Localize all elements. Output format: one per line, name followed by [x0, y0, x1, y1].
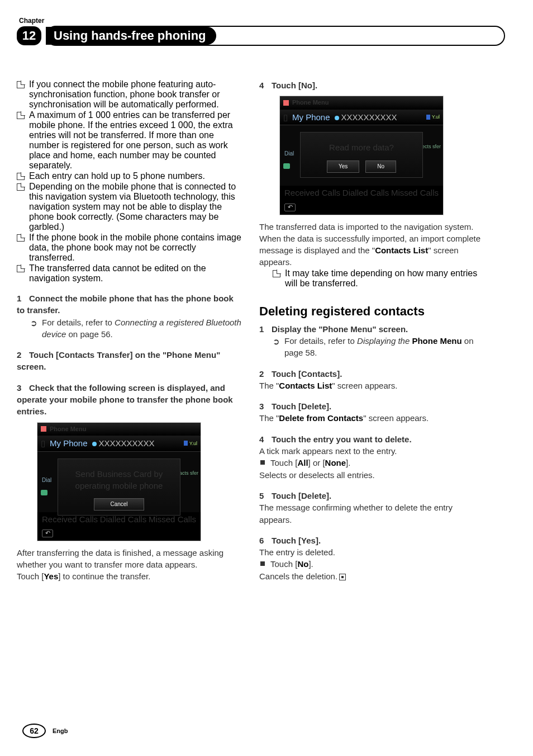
yes-button[interactable]: Yes	[327, 160, 359, 173]
note-icon	[17, 265, 25, 272]
signal-indicator: Y.ul	[184, 440, 197, 447]
section-heading: Deleting registered contacts	[259, 304, 486, 319]
step-number: 2	[259, 368, 272, 380]
status-dot-icon	[335, 116, 339, 120]
no-button[interactable]: No	[365, 160, 396, 173]
ss-info-row: ▯ My Phone XXXXXXXXXX Y.ul	[280, 110, 443, 125]
footer-tab: Missed Calls	[391, 187, 439, 199]
end-of-section-icon	[339, 574, 346, 580]
list-item: A maximum of 1 000 entries can be transf…	[17, 110, 244, 171]
chapter-header: 12 Using hands-free phoning	[17, 26, 505, 46]
modal-text: Send Business Card by operating mobile p…	[58, 459, 180, 498]
detail-text: For details, refer to Connecting a regis…	[42, 316, 244, 341]
step-body: The "Delete from Contacts" screen appear…	[259, 412, 486, 424]
signal-indicator: Y.ul	[426, 114, 440, 121]
step-title: Touch the entry you want to delete.	[272, 434, 412, 444]
footer-tab: Received Calls	[284, 187, 340, 199]
notes-list: If you connect the mobile phone featurin…	[17, 79, 244, 284]
imported-text-b: When the data is successfully imported, …	[259, 233, 486, 268]
app-icon	[41, 426, 46, 432]
back-button[interactable]: ↶	[42, 530, 53, 537]
right-chip: ects sfer	[422, 144, 441, 150]
my-phone-label: My Phone	[50, 437, 88, 449]
detail-item: ➲ For details, refer to Connecting a reg…	[17, 316, 244, 341]
list-item: If you connect the mobile phone featurin…	[17, 79, 244, 110]
step-heading: 6Touch [Yes].	[259, 535, 486, 546]
phone-name: XXXXXXXXXX	[92, 437, 179, 449]
note-text: If the phone book in the mobile phone co…	[29, 233, 244, 263]
step-title: Touch [Delete].	[272, 401, 331, 411]
step-number: 3	[17, 382, 29, 394]
chapter-title: Using hands-free phoning	[46, 27, 216, 45]
call-icon	[41, 490, 47, 495]
ss-body: Dial acts sfer Send Business Card by ope…	[37, 452, 201, 512]
chapter-label: Chapter	[19, 17, 505, 25]
step-body: A tick mark appears next to the entry.	[259, 445, 486, 457]
step-title: Touch [Yes].	[272, 536, 321, 545]
dial-label: Dial	[42, 476, 51, 484]
step-body: The entry is deleted.	[259, 546, 486, 558]
bluetooth-icon	[184, 441, 188, 446]
back-button[interactable]: ↶	[284, 204, 296, 211]
language-label: Engb	[53, 727, 68, 734]
list-item: If the phone book in the mobile phone co…	[17, 233, 244, 263]
notes-list: It may take time depending on how many e…	[259, 268, 486, 289]
detail-item: ➲ For details, refer to Displaying the P…	[259, 335, 486, 359]
step-number: 6	[259, 535, 272, 546]
step-heading: 4Touch [No].	[259, 79, 486, 91]
phone-icon: ▯	[41, 437, 45, 449]
step-body: The message confirming whether to delete…	[259, 502, 486, 526]
list-item: It may take time depending on how many e…	[273, 268, 486, 289]
ss-body: Dial ects sfer Read more data? Yes No	[280, 125, 443, 186]
after-transfer-text: After transferring the data is finished,…	[17, 547, 244, 571]
option-text: Touch [All] or [None].	[270, 457, 350, 469]
note-text: If you connect the mobile phone featurin…	[29, 79, 244, 110]
pointer-icon: ➲	[273, 336, 280, 359]
step-number: 3	[259, 400, 272, 412]
cancel-button[interactable]: Cancel	[94, 498, 144, 511]
step-number: 4	[259, 433, 272, 445]
square-bullet-icon	[260, 460, 265, 465]
phone-name: XXXXXXXXXX	[335, 111, 422, 123]
touch-yes-text: Touch [Yes] to continue the transfer.	[17, 570, 244, 582]
step-heading: 2Touch [Contacts].	[259, 368, 486, 380]
bluetooth-icon	[426, 115, 430, 120]
note-text: It may take time depending on how many e…	[285, 268, 486, 289]
note-icon	[17, 173, 25, 180]
phone-icon: ▯	[283, 111, 288, 123]
left-column: If you connect the mobile phone featurin…	[17, 79, 244, 583]
note-text: A maximum of 1 000 entries can be transf…	[29, 110, 244, 171]
step-heading: 2Touch [Contacts Transfer] on the "Phone…	[17, 349, 244, 373]
my-phone-label: My Phone	[292, 111, 330, 123]
option-text: Touch [No].	[270, 558, 313, 570]
step-number: 2	[17, 349, 29, 361]
note-icon	[17, 81, 25, 88]
delete-step-2: 2Touch [Contacts]. The "Contacts List" s…	[259, 368, 486, 392]
right-chip: acts sfer	[179, 471, 198, 476]
ss-info-row: ▯ My Phone XXXXXXXXXX Y.ul	[37, 436, 201, 451]
modal-dialog: Read more data? Yes No	[300, 132, 423, 177]
ss-footer: Received Calls Dialled Calls Missed Call…	[280, 186, 443, 202]
window-title: Phone Menu	[292, 98, 329, 107]
step-1: 1Connect the mobile phone that has the p…	[17, 292, 244, 340]
option-item: Touch [All] or [None].	[259, 457, 486, 469]
step-title: Touch [Contacts Transfer] on the "Phone …	[17, 350, 220, 371]
page-footer: 62 Engb	[22, 724, 68, 738]
step-title: Touch [Contacts].	[272, 369, 342, 379]
note-icon	[273, 270, 280, 277]
step-number: 1	[17, 292, 29, 304]
modal-text: Read more data?	[301, 133, 422, 159]
list-item: The transferred data cannot be edited on…	[17, 263, 244, 284]
option-explain: Cancels the deletion.	[259, 570, 486, 582]
imported-text-a: The transferred data is imported to the …	[259, 221, 486, 233]
step-title: Connect the mobile phone that has the ph…	[17, 294, 234, 315]
call-icon	[283, 163, 290, 169]
ss-back-row: ↶	[280, 202, 443, 215]
ss-titlebar: Phone Menu	[37, 423, 201, 436]
step-heading: 4Touch the entry you want to delete.	[259, 433, 486, 445]
step-number: 5	[259, 490, 272, 502]
list-item: Each entry can hold up to 5 phone number…	[17, 171, 244, 181]
phone-menu-screenshot-2: Phone Menu ▯ My Phone XXXXXXXXXX Y.ul Di…	[279, 96, 444, 215]
step-heading: 5Touch [Delete].	[259, 490, 486, 502]
ss-titlebar: Phone Menu	[280, 96, 443, 110]
